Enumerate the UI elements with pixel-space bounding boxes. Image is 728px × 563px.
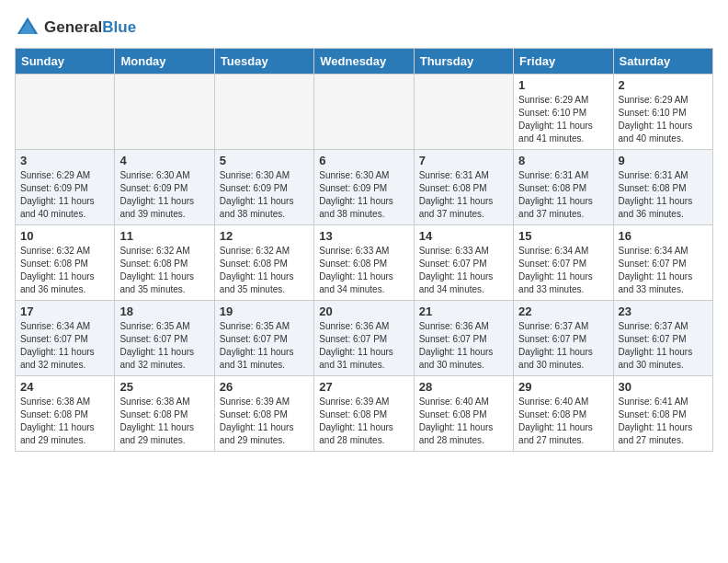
day-info: Sunrise: 6:34 AM Sunset: 6:07 PM Dayligh… <box>20 320 109 372</box>
day-info: Sunrise: 6:39 AM Sunset: 6:08 PM Dayligh… <box>220 396 309 447</box>
day-info: Sunrise: 6:32 AM Sunset: 6:08 PM Dayligh… <box>20 245 109 296</box>
day-cell: 7Sunrise: 6:31 AM Sunset: 6:08 PM Daylig… <box>414 150 513 225</box>
day-info: Sunrise: 6:35 AM Sunset: 6:07 PM Dayligh… <box>119 320 209 372</box>
day-header-thursday: Thursday <box>414 49 513 75</box>
day-cell: 17Sunrise: 6:34 AM Sunset: 6:07 PM Dayli… <box>16 301 115 376</box>
day-number: 29 <box>518 380 608 394</box>
day-number: 5 <box>220 154 309 167</box>
day-number: 14 <box>419 229 508 243</box>
day-number: 28 <box>419 380 508 394</box>
day-header-wednesday: Wednesday <box>314 49 414 75</box>
day-cell: 4Sunrise: 6:30 AM Sunset: 6:09 PM Daylig… <box>115 150 214 225</box>
day-info: Sunrise: 6:29 AM Sunset: 6:10 PM Dayligh… <box>619 94 708 145</box>
day-cell: 24Sunrise: 6:38 AM Sunset: 6:08 PM Dayli… <box>16 376 115 452</box>
day-number: 7 <box>419 154 508 167</box>
calendar-week-row: 17Sunrise: 6:34 AM Sunset: 6:07 PM Dayli… <box>16 301 713 376</box>
day-info: Sunrise: 6:33 AM Sunset: 6:07 PM Dayligh… <box>419 245 508 296</box>
day-cell: 18Sunrise: 6:35 AM Sunset: 6:07 PM Dayli… <box>115 301 214 376</box>
day-info: Sunrise: 6:31 AM Sunset: 6:08 PM Dayligh… <box>419 169 508 221</box>
day-info: Sunrise: 6:30 AM Sunset: 6:09 PM Dayligh… <box>220 169 309 221</box>
day-header-sunday: Sunday <box>16 49 115 75</box>
day-cell: 5Sunrise: 6:30 AM Sunset: 6:09 PM Daylig… <box>214 150 313 225</box>
day-number: 22 <box>518 304 608 318</box>
empty-cell <box>314 75 414 150</box>
day-cell: 10Sunrise: 6:32 AM Sunset: 6:08 PM Dayli… <box>16 225 115 301</box>
calendar: SundayMondayTuesdayWednesdayThursdayFrid… <box>15 48 713 452</box>
day-number: 3 <box>20 154 109 167</box>
day-number: 25 <box>119 380 209 394</box>
day-number: 2 <box>619 78 708 92</box>
day-number: 10 <box>20 229 109 243</box>
day-cell: 20Sunrise: 6:36 AM Sunset: 6:07 PM Dayli… <box>314 301 414 376</box>
day-info: Sunrise: 6:37 AM Sunset: 6:07 PM Dayligh… <box>518 320 608 372</box>
day-header-friday: Friday <box>514 49 613 75</box>
day-header-saturday: Saturday <box>613 49 712 75</box>
logo-blue: Blue <box>102 18 136 36</box>
day-number: 6 <box>319 154 408 167</box>
day-cell: 29Sunrise: 6:40 AM Sunset: 6:08 PM Dayli… <box>514 376 613 452</box>
day-cell: 15Sunrise: 6:34 AM Sunset: 6:07 PM Dayli… <box>514 225 613 301</box>
day-number: 1 <box>518 78 608 92</box>
day-cell: 13Sunrise: 6:33 AM Sunset: 6:08 PM Dayli… <box>314 225 414 301</box>
day-info: Sunrise: 6:41 AM Sunset: 6:08 PM Dayligh… <box>619 396 708 447</box>
day-number: 18 <box>119 304 209 318</box>
day-cell: 2Sunrise: 6:29 AM Sunset: 6:10 PM Daylig… <box>613 75 712 150</box>
day-cell: 30Sunrise: 6:41 AM Sunset: 6:08 PM Dayli… <box>613 376 712 452</box>
day-number: 13 <box>319 229 408 243</box>
day-info: Sunrise: 6:30 AM Sunset: 6:09 PM Dayligh… <box>119 169 209 221</box>
day-info: Sunrise: 6:29 AM Sunset: 6:10 PM Dayligh… <box>518 94 608 145</box>
day-number: 20 <box>319 304 408 318</box>
day-info: Sunrise: 6:37 AM Sunset: 6:07 PM Dayligh… <box>619 320 708 372</box>
day-info: Sunrise: 6:40 AM Sunset: 6:08 PM Dayligh… <box>518 396 608 447</box>
day-cell: 16Sunrise: 6:34 AM Sunset: 6:07 PM Dayli… <box>613 225 712 301</box>
calendar-header-row: SundayMondayTuesdayWednesdayThursdayFrid… <box>16 49 713 75</box>
empty-cell <box>16 75 115 150</box>
page-header: GeneralBlue <box>15 15 713 40</box>
day-info: Sunrise: 6:39 AM Sunset: 6:08 PM Dayligh… <box>319 396 408 447</box>
day-number: 12 <box>220 229 309 243</box>
day-number: 30 <box>619 380 708 394</box>
day-cell: 9Sunrise: 6:31 AM Sunset: 6:08 PM Daylig… <box>613 150 712 225</box>
day-info: Sunrise: 6:35 AM Sunset: 6:07 PM Dayligh… <box>220 320 309 372</box>
day-info: Sunrise: 6:40 AM Sunset: 6:08 PM Dayligh… <box>419 396 508 447</box>
day-info: Sunrise: 6:31 AM Sunset: 6:08 PM Dayligh… <box>518 169 608 221</box>
logo: GeneralBlue <box>15 15 136 40</box>
logo-general: General <box>44 18 102 36</box>
day-number: 11 <box>119 229 209 243</box>
day-cell: 11Sunrise: 6:32 AM Sunset: 6:08 PM Dayli… <box>115 225 214 301</box>
calendar-week-row: 3Sunrise: 6:29 AM Sunset: 6:09 PM Daylig… <box>16 150 713 225</box>
day-cell: 14Sunrise: 6:33 AM Sunset: 6:07 PM Dayli… <box>414 225 513 301</box>
day-info: Sunrise: 6:32 AM Sunset: 6:08 PM Dayligh… <box>220 245 309 296</box>
day-cell: 27Sunrise: 6:39 AM Sunset: 6:08 PM Dayli… <box>314 376 414 452</box>
day-info: Sunrise: 6:36 AM Sunset: 6:07 PM Dayligh… <box>319 320 408 372</box>
day-cell: 26Sunrise: 6:39 AM Sunset: 6:08 PM Dayli… <box>214 376 313 452</box>
logo-text: GeneralBlue <box>44 18 136 37</box>
day-cell: 6Sunrise: 6:30 AM Sunset: 6:09 PM Daylig… <box>314 150 414 225</box>
day-cell: 1Sunrise: 6:29 AM Sunset: 6:10 PM Daylig… <box>514 75 613 150</box>
calendar-week-row: 10Sunrise: 6:32 AM Sunset: 6:08 PM Dayli… <box>16 225 713 301</box>
calendar-week-row: 24Sunrise: 6:38 AM Sunset: 6:08 PM Dayli… <box>16 376 713 452</box>
logo-icon <box>15 15 40 40</box>
day-cell: 19Sunrise: 6:35 AM Sunset: 6:07 PM Dayli… <box>214 301 313 376</box>
day-info: Sunrise: 6:32 AM Sunset: 6:08 PM Dayligh… <box>119 245 209 296</box>
day-cell: 28Sunrise: 6:40 AM Sunset: 6:08 PM Dayli… <box>414 376 513 452</box>
day-number: 8 <box>518 154 608 167</box>
day-number: 19 <box>220 304 309 318</box>
day-info: Sunrise: 6:38 AM Sunset: 6:08 PM Dayligh… <box>119 396 209 447</box>
day-cell: 23Sunrise: 6:37 AM Sunset: 6:07 PM Dayli… <box>613 301 712 376</box>
day-cell: 12Sunrise: 6:32 AM Sunset: 6:08 PM Dayli… <box>214 225 313 301</box>
day-info: Sunrise: 6:34 AM Sunset: 6:07 PM Dayligh… <box>518 245 608 296</box>
day-number: 16 <box>619 229 708 243</box>
day-cell: 25Sunrise: 6:38 AM Sunset: 6:08 PM Dayli… <box>115 376 214 452</box>
day-cell: 21Sunrise: 6:36 AM Sunset: 6:07 PM Dayli… <box>414 301 513 376</box>
day-cell: 3Sunrise: 6:29 AM Sunset: 6:09 PM Daylig… <box>16 150 115 225</box>
day-info: Sunrise: 6:36 AM Sunset: 6:07 PM Dayligh… <box>419 320 508 372</box>
empty-cell <box>414 75 513 150</box>
day-info: Sunrise: 6:34 AM Sunset: 6:07 PM Dayligh… <box>619 245 708 296</box>
day-number: 27 <box>319 380 408 394</box>
day-number: 26 <box>220 380 309 394</box>
day-number: 9 <box>619 154 708 167</box>
day-number: 15 <box>518 229 608 243</box>
calendar-week-row: 1Sunrise: 6:29 AM Sunset: 6:10 PM Daylig… <box>16 75 713 150</box>
day-info: Sunrise: 6:38 AM Sunset: 6:08 PM Dayligh… <box>20 396 109 447</box>
